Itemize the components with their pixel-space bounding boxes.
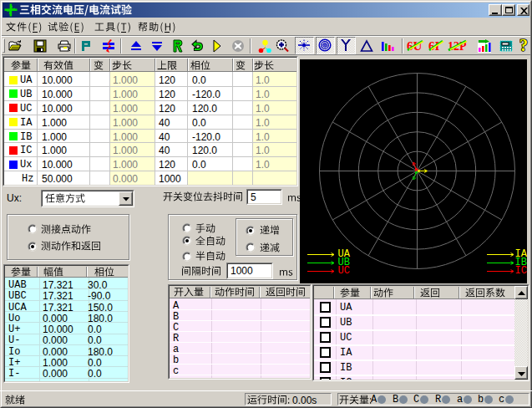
svg-text:UC: UC — [338, 265, 350, 277]
svg-text:IC: IC — [515, 265, 527, 277]
svg-text:?: ? — [519, 38, 528, 54]
